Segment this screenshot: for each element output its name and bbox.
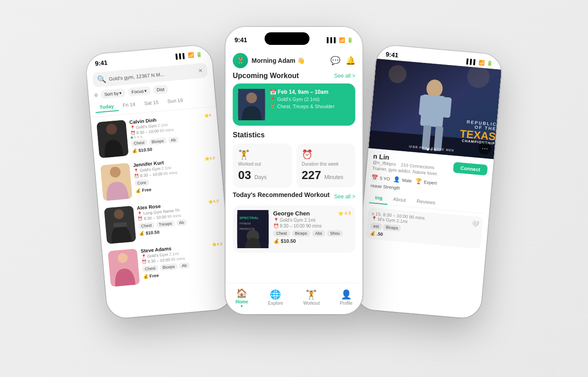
profile-tab-training[interactable]: ing: [369, 192, 388, 205]
tab-sun16[interactable]: Sun 16: [162, 95, 188, 107]
user-greeting-area: 🏋 Morning Adam 👋: [233, 53, 305, 68]
profile-tab-about[interactable]: About: [387, 193, 412, 206]
connect-button[interactable]: Connect: [453, 162, 488, 176]
center-screen: 9:41 ▌▌▌ 📶 🔋 🏋 Morning Adam 👋 💬 🔔: [226, 27, 363, 314]
sort-by-button[interactable]: Sort by ▾: [101, 88, 126, 99]
workout-details: 📅 Feb 14, 9am – 10am 📍 Gold's Gym (2.1mi…: [270, 89, 335, 120]
nav-home[interactable]: 🏠 Home: [236, 288, 248, 307]
rec-tag-shou: Shou: [327, 230, 343, 237]
profile-nav-label: Profile: [340, 301, 352, 306]
rec-tag-abs: Abs: [312, 230, 325, 237]
trainer-info-calvin: Calvin Dinh ⭐4 📍 Gold's Gym 2.1mi ⏰ 8:30…: [129, 112, 214, 153]
tag-ab-steve: Ab: [179, 262, 189, 269]
upcoming-see-all[interactable]: See all >: [334, 73, 355, 79]
nav-profile[interactable]: 👤 Profile: [340, 289, 352, 306]
phone-center: 9:41 ▌▌▌ 📶 🔋 🏋 Morning Adam 👋 💬 🔔: [226, 27, 363, 314]
location-icon: 📍: [270, 96, 276, 102]
home-nav-icon: 🏠: [236, 288, 247, 298]
trainer-list: Calvin Dinh ⭐4 📍 Gold's Gym 2.1mi ⏰ 8:30…: [91, 106, 233, 319]
left-status-time: 9:41: [95, 59, 108, 67]
left-content: 🔍 Gold's gym, 12367 N M... ✕ ⚙ Sort by ▾…: [87, 59, 234, 319]
hero-overlay-text: REPUBLIC OF THE TEXAS CHAMPIONSHIP: [459, 119, 497, 146]
level-stat: 🏆 Expert: [415, 178, 437, 186]
stat-card-duration: ⏰ Duration this week 227 Minutes: [296, 144, 355, 188]
message-icon[interactable]: 💬: [330, 56, 340, 66]
home-nav-label: Home: [236, 299, 248, 304]
recommended-trainer-name: George Chen: [273, 210, 310, 217]
recommended-rating: ⭐ 4.9: [338, 211, 351, 216]
age-icon: 📅: [371, 174, 378, 181]
focus-chevron-icon: ▾: [145, 88, 147, 93]
upcoming-section-header: Upcoming Workout See all >: [226, 72, 363, 83]
statistics-section: Statistics 🏋 Worked out 03 Days ⏰ Durati…: [226, 131, 363, 191]
dumbbell-icon: 🏋: [270, 104, 276, 109]
sort-chevron-icon: ▾: [119, 91, 122, 96]
tab-fri14[interactable]: Fri 14: [118, 99, 140, 111]
signal-icon: ▌▌▌: [176, 53, 186, 59]
worked-out-value: 03 Days: [238, 168, 287, 182]
trainer-image-alex: [104, 206, 136, 244]
level-icon: 🏆: [415, 178, 422, 184]
age-stat: 📅 5 YO: [371, 174, 391, 182]
recommended-thumb: SPECTRAL FITNESS PRODUCTS: [237, 210, 269, 248]
workout-type: 🏋 Chest, Triceps & Shoulder: [270, 104, 335, 110]
recommended-section: Today's Recommended Workout See all > SP…: [226, 191, 363, 283]
nav-explore[interactable]: 🌐 Explore: [268, 289, 283, 306]
center-status-icons: ▌▌▌ 📶 🔋: [327, 37, 353, 43]
trainer-info-alex: Alex Rose ⭐4.9 📍 Long Gym Name Th ⏰ 8:30…: [136, 198, 221, 237]
phones-container: 9:41 ▌▌▌ 📶 🔋 🔍 Gold's gym, 12367 N M... …: [92, 13, 496, 364]
center-status-bar: 9:41 ▌▌▌ 📶 🔋: [226, 27, 363, 49]
clear-search-icon[interactable]: ✕: [198, 67, 203, 74]
recommended-card[interactable]: SPECTRAL FITNESS PRODUCTS George Chen ⭐ …: [233, 206, 355, 253]
greeting-text: Morning Adam 👋: [252, 57, 305, 64]
trainer-image-steve: [108, 249, 140, 287]
tag-ab-alex: Ab: [176, 219, 187, 226]
workout-card[interactable]: 📅 Feb 14, 9am – 10am 📍 Gold's Gym (2.1mi…: [233, 83, 355, 126]
upcoming-title: Upcoming Workout: [233, 72, 299, 80]
trainer-image-calvin: [97, 120, 129, 158]
header-action-icons: 💬 🔔: [330, 56, 355, 66]
svg-text:FITNESS: FITNESS: [240, 222, 251, 225]
gender-icon: 👤: [393, 176, 400, 183]
tab-sat15[interactable]: Sat 15: [140, 97, 164, 109]
recommended-info: George Chen ⭐ 4.9 📍 Gold's Gym 2.1mi ⏰ 8…: [273, 210, 351, 248]
search-input[interactable]: Gold's gym, 12367 N M...: [109, 69, 196, 82]
svg-text:SPECTRAL: SPECTRAL: [240, 216, 259, 220]
right-status-icons: ▌▌▌ 📶 🔋: [466, 58, 493, 66]
center-wifi-icon: 📶: [339, 37, 345, 43]
rec-tags: Chest Biceps Abs Shou: [273, 230, 351, 237]
session-tag-chest: est: [370, 223, 382, 230]
left-status-icons: ▌▌▌ 📶 🔋: [176, 51, 202, 59]
bottom-nav: 🏠 Home 🌐 Explore 🏋 Workout 👤 Profile: [226, 283, 363, 314]
tag-chest-alex: Chest: [138, 222, 155, 229]
right-signal-icon: ▌▌▌: [466, 58, 477, 65]
rating-calvin: ⭐4: [204, 113, 211, 118]
session-card: o 15, 8:30 – 10:00 90 mins 📍 ld's Gym 2.…: [366, 207, 483, 249]
tag-ab: Ab: [168, 136, 179, 144]
recommended-see-all[interactable]: See all >: [334, 193, 355, 200]
focus-button[interactable]: Focus ▾: [127, 86, 151, 96]
recommended-title: Today's Recommended Workout: [233, 191, 330, 198]
clock-stat-icon: ⏰: [302, 149, 350, 160]
session-info: o 15, 8:30 – 10:00 90 mins 📍 ld's Gym 2.…: [370, 211, 425, 240]
tag-biceps: Biceps: [149, 137, 167, 145]
trainer-info-jennifer: Jennifer Kurt ⭐4.9 📍 Gold's Gym 2.1mi ⏰ …: [133, 155, 217, 193]
dist-button[interactable]: Dist: [153, 85, 168, 95]
workout-date: 📅 Feb 14, 9am – 10am: [270, 89, 335, 95]
nav-workout[interactable]: 🏋 Workout: [303, 289, 320, 306]
rec-gym: 📍 Gold's Gym 2.1mi: [273, 218, 351, 223]
rating-steve: ⭐4.9: [212, 241, 223, 247]
phone-left: 9:41 ▌▌▌ 📶 🔋 🔍 Gold's gym, 12367 N M... …: [85, 44, 233, 319]
trainer-image-jennifer: [100, 163, 132, 201]
duration-unit: Minutes: [325, 174, 343, 180]
favorite-heart-icon[interactable]: 🤍: [471, 220, 479, 228]
tag-triceps: Triceps: [156, 220, 175, 228]
right-screen: 9:41 ▌▌▌ 📶 🔋: [355, 44, 503, 319]
right-status-time: 9:41: [386, 51, 399, 59]
profile-hero-image: REPUBLIC OF THE TEXAS CHAMPIONSHIP IFBB …: [369, 59, 501, 159]
notification-bell-icon[interactable]: 🔔: [346, 56, 355, 66]
tab-today[interactable]: Today: [95, 101, 118, 113]
workout-nav-label: Workout: [303, 301, 320, 306]
profile-body: o 15, 8:30 – 10:00 90 mins 📍 ld's Gym 2.…: [355, 203, 489, 320]
tag-core: Core: [135, 179, 149, 187]
